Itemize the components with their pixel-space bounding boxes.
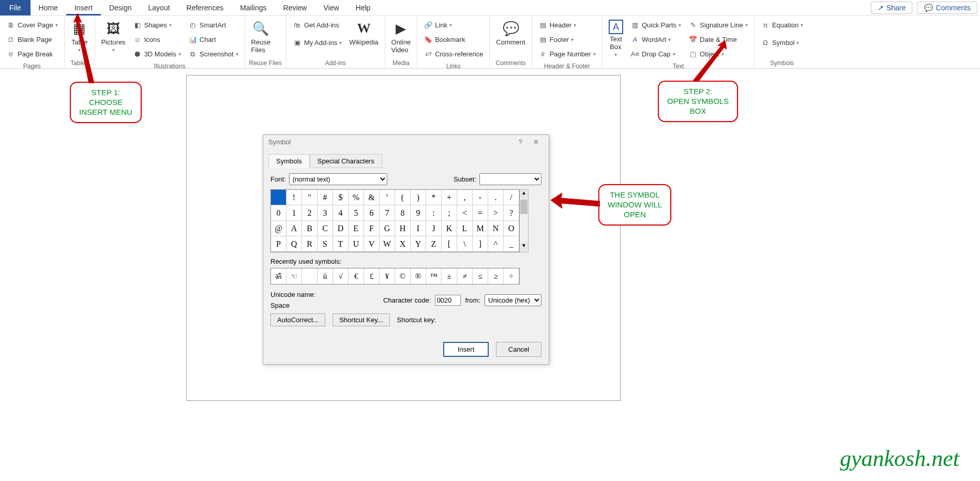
symbol-cell[interactable]: P xyxy=(271,236,287,252)
symbol-cell[interactable] xyxy=(271,190,287,205)
share-button[interactable]: ↗Share xyxy=(871,2,912,14)
symbol-cell[interactable]: . xyxy=(488,190,504,205)
symbol-cell[interactable]: T xyxy=(333,236,349,252)
recent-symbol-cell[interactable]: £ xyxy=(364,268,380,284)
cover-page-button[interactable]: 🗎Cover Page xyxy=(4,19,60,32)
chart-button[interactable]: 📊Chart xyxy=(186,33,240,47)
scroll-thumb[interactable] xyxy=(520,200,527,214)
recent-symbol-cell[interactable]: © xyxy=(395,268,411,284)
3d-models-button[interactable]: ⬢3D Models xyxy=(131,48,183,61)
tab-design[interactable]: Design xyxy=(101,0,140,16)
smartart-button[interactable]: ◴SmartArt xyxy=(186,19,240,32)
symbol-cell[interactable]: O xyxy=(504,221,519,236)
tab-home[interactable]: Home xyxy=(31,0,66,16)
recent-symbol-cell[interactable]: ☜ xyxy=(287,268,302,284)
recent-symbol-cell[interactable]: ≥ xyxy=(488,268,504,284)
symbol-cell[interactable]: F xyxy=(364,221,380,236)
symbol-cell[interactable]: B xyxy=(302,221,318,236)
symbol-cell[interactable]: H xyxy=(395,221,411,236)
symbol-cell[interactable]: ) xyxy=(411,190,426,205)
symbol-cell[interactable]: * xyxy=(426,190,442,205)
recent-symbol-cell[interactable]: ≤ xyxy=(473,268,488,284)
symbol-cell[interactable]: - xyxy=(473,190,488,205)
symbol-cell[interactable]: ] xyxy=(473,236,488,252)
icons-button[interactable]: ☺Icons xyxy=(131,33,183,47)
symbol-cell[interactable]: C xyxy=(318,221,333,236)
symbol-cell[interactable]: , xyxy=(457,190,473,205)
recent-symbol-cell[interactable]: ± xyxy=(442,268,457,284)
symbol-button[interactable]: ΩSymbol xyxy=(759,36,805,50)
tab-file[interactable]: File xyxy=(0,0,31,16)
symbol-cell[interactable]: Y xyxy=(411,236,426,252)
recent-symbol-cell[interactable]: € xyxy=(349,268,364,284)
symbol-cell[interactable]: 6 xyxy=(364,205,380,221)
symbol-cell[interactable]: W xyxy=(380,236,395,252)
symbol-cell[interactable]: Q xyxy=(287,236,302,252)
symbol-cell[interactable]: 4 xyxy=(333,205,349,221)
symbol-cell[interactable]: < xyxy=(457,205,473,221)
screenshot-button[interactable]: ⧉Screenshot xyxy=(186,48,240,61)
recent-symbol-cell[interactable]: ÷ xyxy=(504,268,519,284)
symbol-cell[interactable]: # xyxy=(318,190,333,205)
page-break-button[interactable]: ⎊Page Break xyxy=(4,48,60,61)
scroll-down-icon[interactable]: ▼ xyxy=(520,243,528,252)
symbol-cell[interactable]: X xyxy=(395,236,411,252)
symbol-cell[interactable]: G xyxy=(380,221,395,236)
header-button[interactable]: ▤Header xyxy=(536,19,598,32)
symbol-cell[interactable]: ? xyxy=(504,205,519,221)
dialog-help-button[interactable]: ? xyxy=(512,138,528,146)
symbol-cell[interactable]: 8 xyxy=(395,205,411,221)
recent-symbol-cell[interactable]: √ xyxy=(333,268,349,284)
comments-button[interactable]: 💬Comments xyxy=(917,2,977,14)
blank-page-button[interactable]: 🗋Blank Page xyxy=(4,33,60,47)
symbol-cell[interactable]: + xyxy=(442,190,457,205)
page-number-button[interactable]: #Page Number xyxy=(536,48,598,61)
recent-symbol-cell[interactable]: ॐ xyxy=(271,268,287,284)
cancel-button[interactable]: Cancel xyxy=(496,342,541,357)
symbol-cell[interactable]: N xyxy=(488,221,504,236)
recent-symbol-cell[interactable]: ™ xyxy=(426,268,442,284)
bookmark-button[interactable]: 🔖Bookmark xyxy=(421,33,485,47)
font-select[interactable]: (normal text) xyxy=(289,173,387,185)
symbol-cell[interactable]: S xyxy=(318,236,333,252)
tab-references[interactable]: References xyxy=(178,0,232,16)
symbol-cell[interactable]: 2 xyxy=(302,205,318,221)
footer-button[interactable]: ▤Footer xyxy=(536,33,598,47)
charcode-input[interactable] xyxy=(435,295,461,306)
autocorrect-button[interactable]: AutoCorrect... xyxy=(270,313,325,326)
symbol-cell[interactable]: " xyxy=(302,190,318,205)
symbol-cell[interactable]: 7 xyxy=(380,205,395,221)
symbol-cell[interactable]: A xyxy=(287,221,302,236)
wordart-button[interactable]: AWordArt xyxy=(628,33,683,47)
tab-layout[interactable]: Layout xyxy=(140,0,178,16)
grid-scrollbar[interactable]: ▲ ▼ xyxy=(520,189,529,252)
crossref-button[interactable]: ⮂Cross-reference xyxy=(421,48,485,61)
symbol-cell[interactable]: V xyxy=(364,236,380,252)
symbol-cell[interactable]: \ xyxy=(457,236,473,252)
symbol-cell[interactable]: L xyxy=(457,221,473,236)
symbol-cell[interactable]: [ xyxy=(442,236,457,252)
my-addins-button[interactable]: ▣My Add-ins xyxy=(291,36,344,50)
symbol-cell[interactable]: $ xyxy=(333,190,349,205)
symbol-cell[interactable]: % xyxy=(349,190,364,205)
tab-help[interactable]: Help xyxy=(348,0,379,16)
dialog-tab-symbols[interactable]: Symbols xyxy=(268,154,310,168)
symbol-cell[interactable]: / xyxy=(504,190,519,205)
symbol-cell[interactable]: ^ xyxy=(488,236,504,252)
symbol-cell[interactable]: J xyxy=(426,221,442,236)
from-select[interactable]: Unicode (hex) xyxy=(485,294,541,306)
symbol-cell[interactable]: 9 xyxy=(411,205,426,221)
symbol-cell[interactable]: ' xyxy=(380,190,395,205)
recent-symbol-cell[interactable] xyxy=(302,268,318,284)
symbol-cell[interactable]: ( xyxy=(395,190,411,205)
insert-button[interactable]: Insert xyxy=(443,342,489,357)
get-addins-button[interactable]: 🛍Get Add-ins xyxy=(291,19,344,32)
symbol-cell[interactable]: ; xyxy=(442,205,457,221)
symbol-cell[interactable]: 1 xyxy=(287,205,302,221)
symbol-cell[interactable]: M xyxy=(473,221,488,236)
shortcut-key-button[interactable]: Shortcut Key... xyxy=(333,313,389,326)
scroll-up-icon[interactable]: ▲ xyxy=(520,190,528,199)
wikipedia-button[interactable]: WWikipedia xyxy=(347,19,380,47)
comment-button[interactable]: 💬Comment xyxy=(494,19,527,47)
symbol-cell[interactable]: K xyxy=(442,221,457,236)
